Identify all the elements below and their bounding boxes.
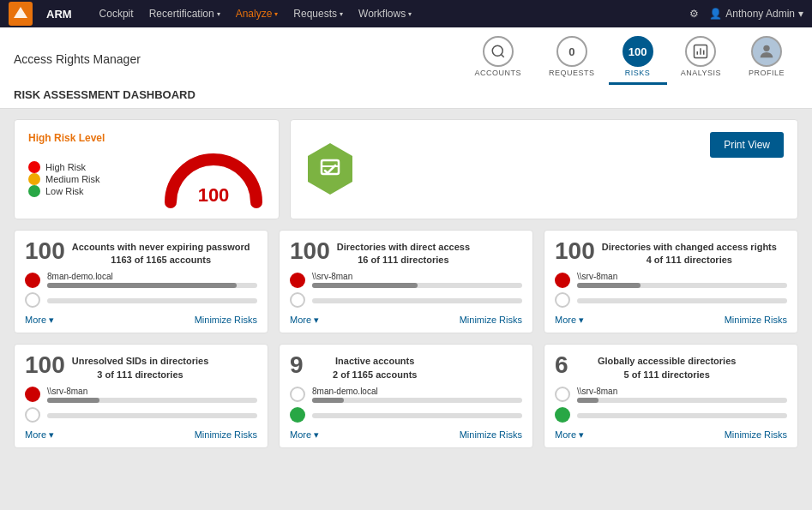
progress-bar-fill — [577, 398, 598, 403]
risk-dot-top — [290, 387, 305, 402]
requests-icon-circle: 0 — [556, 36, 587, 67]
minimize-risks-link[interactable]: Minimize Risks — [195, 429, 257, 441]
more-link[interactable]: More ▾ — [25, 429, 54, 441]
user-menu[interactable]: 👤 Anthony Admin ▾ — [709, 8, 803, 20]
minimize-risks-link[interactable]: Minimize Risks — [725, 429, 787, 441]
risk-row-2 — [290, 292, 522, 308]
minimize-risks-link[interactable]: Minimize Risks — [725, 315, 787, 326]
risk-card-footer: More ▾ Minimize Risks — [25, 429, 257, 441]
risk-card-subtitle: 3 of 111 directories — [72, 369, 209, 380]
header-icon-buttons: ACCOUNTS 0 REQUESTS 100 RISKS — [461, 33, 798, 85]
accounts-icon-circle — [483, 36, 514, 67]
nav-analyze[interactable]: Analyze ▾ — [229, 4, 286, 23]
risk-card-footer: More ▾ Minimize Risks — [555, 429, 787, 441]
header-strip: Access Rights Manager ACCOUNTS 0 REQUEST… — [0, 27, 812, 109]
more-link[interactable]: More ▾ — [290, 315, 319, 326]
minimize-risks-link[interactable]: Minimize Risks — [460, 429, 522, 441]
risk-score: 6 — [555, 353, 591, 377]
more-link[interactable]: More ▾ — [555, 315, 584, 326]
print-card: Print View — [290, 119, 798, 219]
risk-card-subtitle: 1163 of 1165 accounts — [72, 255, 250, 265]
svg-marker-0 — [14, 7, 27, 18]
nav-cockpit[interactable]: Cockpit — [93, 4, 141, 23]
progress-bar-fill — [312, 283, 418, 288]
risk-bar-area-2 — [312, 411, 522, 418]
risk-circles: 8man-demo.local — [290, 387, 522, 423]
top-navigation: ARM Cockpit Recertification ▾ Analyze ▾ … — [0, 0, 812, 27]
risk-card-title: Directories with changed access rights — [602, 241, 777, 253]
risk-card-subtitle: 5 of 111 directories — [598, 369, 736, 380]
more-link[interactable]: More ▾ — [25, 315, 54, 326]
risk-row-1: 8man-demo.local — [290, 387, 522, 403]
risks-icon-circle: 100 — [623, 36, 653, 67]
more-link[interactable]: More ▾ — [290, 429, 319, 441]
progress-bar-bg — [312, 283, 522, 288]
risk-card-body: 8man-demo.local — [25, 272, 257, 308]
risk-card: 100 Unresolved SIDs in directories 3 of … — [14, 344, 268, 447]
risk-row-2 — [25, 407, 257, 423]
analysis-icon-circle — [685, 36, 716, 67]
server-label: \\srv-8man — [47, 387, 257, 396]
risk-circles: \\srv-8man — [555, 387, 787, 423]
low-risk-label: Low Risk — [45, 186, 84, 196]
nav-requests[interactable]: Requests ▾ — [286, 4, 350, 23]
arm-logo — [9, 2, 33, 26]
svg-line-2 — [501, 54, 503, 57]
risk-bar-area-2 — [47, 411, 257, 418]
more-link[interactable]: More ▾ — [555, 429, 584, 441]
nav-links: Cockpit Recertification ▾ Analyze ▾ Requ… — [93, 4, 677, 23]
progress-bar-bg — [47, 283, 257, 288]
legend-low: Low Risk — [28, 185, 148, 197]
risk-row-2 — [555, 407, 787, 423]
risk-dot-top — [290, 273, 305, 288]
risk-row-2 — [555, 292, 787, 308]
settings-icon[interactable]: ⚙ — [689, 8, 699, 20]
risk-bar-area-2 — [577, 297, 787, 303]
risks-button[interactable]: 100 RISKS — [609, 33, 667, 85]
progress-bar-bg-2 — [577, 413, 787, 418]
print-view-button[interactable]: Print View — [710, 132, 784, 158]
risk-bar-area-2 — [312, 297, 522, 303]
risk-card: 100 Directories with direct access 16 of… — [279, 230, 533, 333]
risk-card: 6 Globally accessible directories 5 of 1… — [544, 344, 798, 447]
gauge-number: 100 — [198, 184, 230, 207]
nav-workflows[interactable]: Workflows ▾ — [352, 4, 418, 23]
risk-dot-bottom — [555, 292, 570, 308]
minimize-risks-link[interactable]: Minimize Risks — [195, 315, 257, 326]
progress-bar-bg-2 — [577, 298, 787, 303]
risk-card-title: Inactive accounts — [333, 355, 417, 367]
risk-card-title: Globally accessible directories — [598, 355, 736, 367]
nav-brand: ARM — [46, 8, 72, 21]
progress-bar-fill — [47, 283, 237, 288]
server-label: \\srv-8man — [577, 272, 787, 281]
progress-bar-bg — [312, 398, 522, 403]
requests-button[interactable]: 0 REQUESTS — [535, 33, 609, 85]
risk-bar-area: 8man-demo.local — [312, 387, 522, 403]
risk-card-footer: More ▾ Minimize Risks — [290, 429, 522, 441]
profile-label: PROFILE — [749, 69, 785, 77]
requests-label: REQUESTS — [549, 69, 595, 77]
high-risk-label: High Risk — [45, 162, 86, 172]
risk-dot-top — [555, 387, 570, 402]
risk-card-header: 6 Globally accessible directories 5 of 1… — [555, 353, 787, 379]
medium-risk-label: Medium Risk — [45, 174, 100, 184]
risk-card-body: \\srv-8man — [25, 387, 257, 423]
minimize-risks-link[interactable]: Minimize Risks — [460, 315, 522, 326]
risk-card-footer: More ▾ Minimize Risks — [290, 315, 522, 326]
analysis-button[interactable]: ANALYSIS — [667, 33, 735, 85]
risk-dot-bottom — [290, 292, 305, 308]
risk-circles: \\srv-8man — [25, 387, 257, 423]
risk-score: 100 — [290, 239, 330, 263]
server-label: 8man-demo.local — [312, 387, 522, 396]
accounts-button[interactable]: ACCOUNTS — [461, 33, 536, 85]
requests-badge: 0 — [568, 45, 574, 58]
nav-right: ⚙ 👤 Anthony Admin ▾ — [689, 8, 803, 20]
risk-card-header: 100 Directories with changed access righ… — [555, 239, 787, 265]
legend-high: High Risk — [28, 161, 148, 173]
risk-circles: \\srv-8man — [290, 272, 522, 308]
nav-recertification[interactable]: Recertification ▾ — [142, 4, 227, 23]
risk-dot-top — [555, 273, 570, 288]
profile-button[interactable]: PROFILE — [735, 33, 798, 85]
risk-card-title: Accounts with never expiring password — [72, 241, 250, 253]
risk-row-2 — [290, 407, 522, 423]
